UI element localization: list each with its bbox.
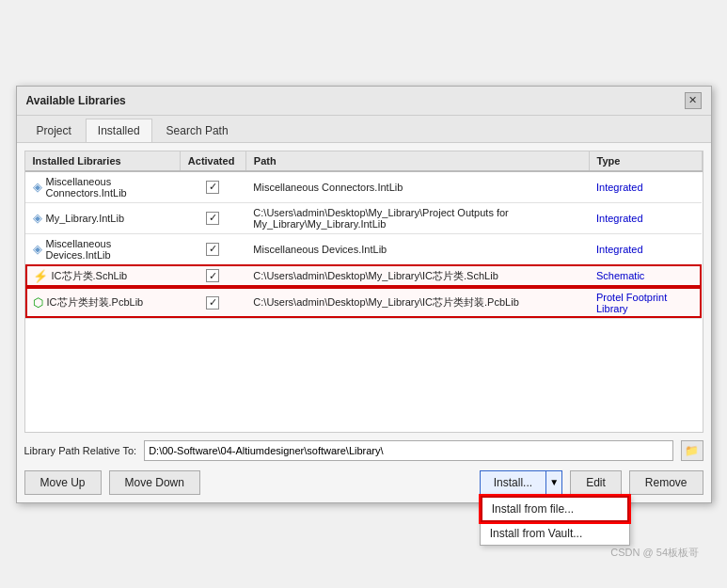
install-button-label: Install... (494, 476, 532, 489)
remove-button[interactable]: Remove (629, 470, 703, 495)
col-header-name: Installed Libraries (25, 151, 181, 171)
col-header-type: Type (589, 151, 702, 171)
folder-browse-button[interactable]: 📁 (681, 440, 703, 461)
table-row[interactable]: ◈ Miscellaneous Devices.IntLib ✓ Miscell… (25, 233, 703, 264)
main-content: Installed Libraries Activated Path Type … (17, 143, 711, 502)
activated-checkbox[interactable]: ✓ (206, 269, 219, 282)
title-bar: Available Libraries ✕ (17, 87, 711, 116)
cell-name: ⬡ IC芯片类封装.PcbLib (25, 287, 181, 318)
table-header-row: Installed Libraries Activated Path Type (25, 151, 703, 171)
install-button-group: Install... ▼ Install from file... Instal… (480, 470, 562, 495)
cell-name: ⚡ IC芯片类.SchLib (25, 264, 181, 287)
path-label: Library Path Relative To: (24, 445, 137, 456)
cell-activated[interactable]: ✓ (180, 233, 245, 264)
lib-name-text: IC芯片类封装.PcbLib (47, 295, 144, 310)
cell-activated[interactable]: ✓ (180, 202, 245, 233)
cell-path: Miscellaneous Devices.IntLib (245, 233, 589, 264)
type-label: Protel Footprint Library (596, 292, 667, 314)
lib-icon: ◈ (33, 242, 42, 256)
cell-name: ◈ My_Library.IntLib (25, 202, 181, 233)
table-row[interactable]: ⚡ IC芯片类.SchLib ✓ C:\Users\admin\Desktop\… (25, 264, 703, 287)
tab-project[interactable]: Project (24, 119, 84, 142)
install-from-file-label: Install from file... (492, 502, 574, 516)
install-dropdown-arrow[interactable]: ▼ (545, 470, 562, 495)
cell-type: Protel Footprint Library (589, 287, 702, 318)
cell-path: Miscellaneous Connectors.IntLib (245, 171, 589, 203)
cell-path: C:\Users\admin\Desktop\My_Library\Projec… (245, 202, 589, 233)
cell-activated[interactable]: ✓ (180, 287, 245, 318)
table-row[interactable]: ⬡ IC芯片类封装.PcbLib ✓ C:\Users\admin\Deskto… (25, 287, 703, 318)
library-path-row: Library Path Relative To: 📁 (24, 440, 703, 461)
tab-installed[interactable]: Installed (86, 119, 152, 142)
cell-path: C:\Users\admin\Desktop\My_Library\IC芯片类.… (245, 264, 589, 287)
lib-icon: ◈ (33, 180, 42, 194)
libraries-table-container: Installed Libraries Activated Path Type … (24, 151, 703, 433)
lib-name-text: IC芯片类.SchLib (52, 269, 128, 283)
button-row: Move Up Move Down Install... ▼ Install f… (24, 470, 703, 495)
cell-type: Schematic (589, 264, 702, 287)
move-up-button[interactable]: Move Up (24, 470, 102, 495)
lib-name-text: Miscellaneous Devices.IntLib (46, 238, 173, 261)
install-from-vault-label: Install from Vault... (490, 527, 582, 540)
cell-type: Integrated (589, 202, 702, 233)
tab-search-path[interactable]: Search Path (154, 119, 241, 142)
activated-checkbox[interactable]: ✓ (206, 212, 219, 225)
type-label: Integrated (596, 182, 643, 193)
cell-activated[interactable]: ✓ (180, 264, 245, 287)
available-libraries-dialog: Available Libraries ✕ Project Installed … (16, 86, 712, 503)
type-label: Schematic (596, 270, 644, 281)
libraries-table: Installed Libraries Activated Path Type … (25, 151, 703, 319)
col-header-activated: Activated (180, 151, 245, 171)
tab-bar: Project Installed Search Path (17, 116, 711, 143)
type-label: Integrated (596, 244, 643, 255)
lib-name-text: My_Library.IntLib (46, 213, 125, 224)
lib-icon: ◈ (33, 211, 42, 225)
install-from-file-item[interactable]: Install from file... (481, 496, 629, 522)
activated-checkbox[interactable]: ✓ (206, 243, 219, 256)
lib-icon: ⬡ (33, 295, 43, 310)
cell-type: Integrated (589, 171, 702, 203)
activated-checkbox[interactable]: ✓ (206, 181, 219, 194)
type-label: Integrated (596, 213, 643, 224)
lib-name-text: Miscellaneous Connectors.IntLib (46, 176, 173, 199)
dialog-title: Available Libraries (26, 94, 126, 107)
table-row[interactable]: ◈ Miscellaneous Connectors.IntLib ✓ Misc… (25, 171, 703, 203)
cell-name: ◈ Miscellaneous Connectors.IntLib (25, 171, 181, 203)
install-dropdown-menu: Install from file... Install from Vault.… (480, 495, 630, 546)
cell-name: ◈ Miscellaneous Devices.IntLib (25, 233, 181, 264)
cell-activated[interactable]: ✓ (180, 171, 245, 203)
lib-icon: ⚡ (33, 269, 48, 283)
cell-type: Integrated (589, 233, 702, 264)
table-row[interactable]: ◈ My_Library.IntLib ✓ C:\Users\admin\Des… (25, 202, 703, 233)
watermark: CSDN @ 54板板哥 (610, 546, 699, 560)
install-from-vault-item[interactable]: Install from Vault... (481, 522, 629, 545)
close-button[interactable]: ✕ (685, 92, 702, 109)
install-button[interactable]: Install... (480, 470, 545, 495)
move-down-button[interactable]: Move Down (109, 470, 200, 495)
cell-path: C:\Users\admin\Desktop\My_Library\IC芯片类封… (245, 287, 589, 318)
folder-icon: 📁 (685, 444, 699, 457)
col-header-path: Path (245, 151, 589, 171)
path-input[interactable] (144, 440, 672, 461)
edit-button[interactable]: Edit (570, 470, 622, 495)
activated-checkbox[interactable]: ✓ (206, 296, 219, 310)
